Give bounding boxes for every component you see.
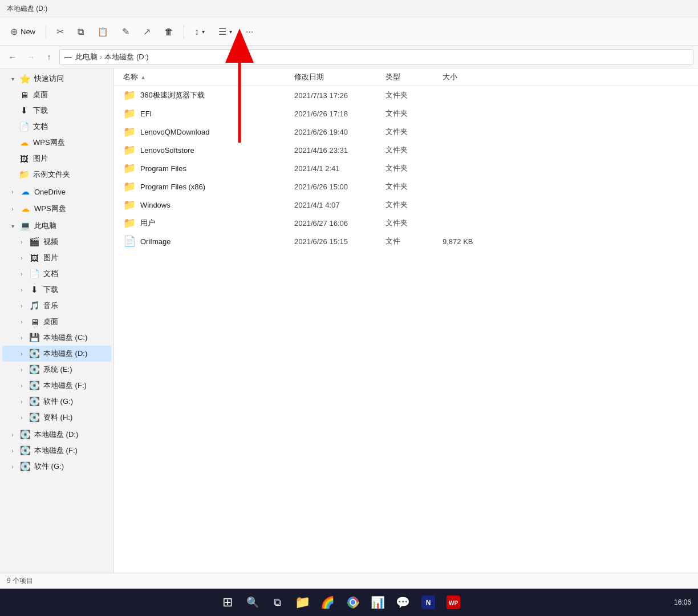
file-row-name: 📁LenovoQMDownload [123, 125, 294, 138]
table-row[interactable]: 📁LenovoSoftstore 2021/4/16 23:31 文件夹 [114, 141, 698, 159]
taskbar-browser1[interactable]: 🌈 [318, 592, 338, 613]
table-row[interactable]: 📁Program Files 2021/4/1 2:41 文件夹 [114, 159, 698, 177]
share-button[interactable]: ↗ [137, 23, 156, 40]
delete-icon: 🗑 [164, 27, 173, 37]
soft-g-expand-icon: › [18, 398, 25, 405]
taskbar-wechat[interactable]: 💬 [393, 592, 413, 613]
table-row[interactable]: 📁Program Files (x86) 2021/6/26 15:00 文件夹 [114, 177, 698, 196]
sidebar-item-pictures[interactable]: 🖼 图片 📌 [2, 151, 111, 167]
svg-text:N: N [426, 599, 431, 607]
taskbar-clock[interactable]: 16:06 [674, 598, 691, 606]
taskbar-windows[interactable]: ⊞ [217, 592, 238, 613]
sort-icon: ↕ [194, 27, 199, 37]
sidebar-item-onedrive[interactable]: › ☁ OneDrive [2, 184, 111, 200]
sidebar-item-desktop2[interactable]: › 🖥 桌面 [2, 314, 111, 330]
sidebar-item-g2[interactable]: › 💽 软件 (G:) [2, 459, 111, 475]
toolbar-separator-2 [184, 25, 184, 39]
music-icon: 🎵 [29, 300, 40, 311]
col-type-header[interactable]: 类型 [385, 72, 443, 82]
sidebar-item-wps-cloud[interactable]: ☁ WPS网盘 📌 [2, 135, 111, 151]
up-button[interactable]: ↑ [41, 49, 57, 65]
sidebar-item-d2[interactable]: › 💽 本地磁盘 (D:) [2, 427, 111, 443]
sidebar-item-videos[interactable]: › 🎬 视频 [2, 234, 111, 250]
table-row[interactable]: 📁用户 2021/6/27 16:06 文件夹 [114, 214, 698, 232]
col-date-header[interactable]: 修改日期 [294, 72, 385, 82]
back-button[interactable]: ← [5, 49, 21, 65]
more-icon: ··· [246, 27, 253, 37]
title-bar: 本地磁盘 (D:) [0, 0, 698, 18]
file-row-date: 2021/6/27 16:06 [294, 219, 385, 228]
breadcrumb[interactable]: — 此电脑 › 本地磁盘 (D:) [59, 49, 693, 65]
sidebar-item-local-c[interactable]: › 💾 本地磁盘 (C:) [2, 330, 111, 346]
breadcrumb-pc[interactable]: 此电脑 [75, 52, 98, 62]
documents2-expand-icon: › [18, 270, 25, 277]
table-row[interactable]: 📁Windows 2021/4/1 4:07 文件夹 [114, 196, 698, 214]
file-row-name: 📁LenovoSoftstore [123, 144, 294, 156]
folder-icon: 📁 [123, 107, 136, 120]
file-row-date: 2021/4/1 2:41 [294, 164, 385, 173]
sidebar-item-system-e[interactable]: › 💽 系统 (E:) [2, 362, 111, 378]
sort-chevron: ▾ [202, 29, 205, 35]
file-row-name: 📁Windows [123, 198, 294, 211]
sidebar-item-f2[interactable]: › 💽 本地磁盘 (F:) [2, 443, 111, 459]
taskbar-app2[interactable]: N [418, 592, 439, 613]
quick-access-label: 快速访问 [34, 74, 107, 84]
file-row-date: 2021/7/13 17:26 [294, 91, 385, 100]
delete-button[interactable]: 🗑 [159, 24, 179, 40]
rename-button[interactable]: ✎ [116, 23, 135, 40]
sort-button[interactable]: ↕ ▾ [189, 24, 210, 40]
view-button[interactable]: ☰ ▾ [213, 23, 238, 40]
col-name-header[interactable]: 名称 ▲ [123, 72, 294, 82]
d2-label: 本地磁盘 (D:) [34, 429, 107, 440]
sidebar-item-downloads2[interactable]: › ⬇ 下载 [2, 282, 111, 298]
sidebar-item-pictures2[interactable]: › 🖼 图片 [2, 250, 111, 266]
downloads-icon: ⬇ [18, 105, 30, 116]
wps-cloud-label: WPS网盘 [33, 137, 95, 148]
sidebar-item-downloads[interactable]: ⬇ 下载 📌 [2, 103, 111, 119]
copy-button[interactable]: ⧉ [72, 24, 90, 40]
sidebar-item-quick-access[interactable]: ▾ ⭐ 快速访问 [2, 71, 111, 87]
breadcrumb-dash: — [64, 52, 72, 61]
table-row[interactable]: 📁LenovoQMDownload 2021/6/26 19:40 文件夹 [114, 123, 698, 141]
d2-icon: 💽 [19, 429, 31, 440]
col-size-header[interactable]: 大小 [443, 72, 500, 82]
taskbar-center: ⊞ 🔍 ⧉ 📁 🌈 📊 💬 N [217, 592, 464, 613]
videos-expand-icon: › [18, 238, 25, 245]
table-row[interactable]: 📁EFI 2021/6/26 17:18 文件夹 [114, 104, 698, 123]
taskbar-search[interactable]: 🔍 [242, 592, 263, 613]
table-row[interactable]: 📄OriImage 2021/6/26 15:15 文件 9,872 KB [114, 232, 698, 250]
system-e-label: 系统 (E:) [43, 364, 107, 375]
sidebar-item-documents[interactable]: 📄 文档 📌 [2, 119, 111, 135]
taskbar-chrome[interactable] [343, 592, 363, 613]
sidebar-item-example[interactable]: 📁 示例文件夹 📌 [2, 167, 111, 183]
new-button[interactable]: ⊕ New [5, 23, 41, 40]
breadcrumb-drive[interactable]: 本地磁盘 (D:) [104, 52, 148, 62]
sidebar-item-local-d[interactable]: › 💽 本地磁盘 (D:) [2, 346, 111, 362]
taskbar-app1[interactable]: 📊 [368, 592, 388, 613]
paste-icon: 📋 [98, 27, 108, 37]
paste-button[interactable]: 📋 [92, 24, 114, 40]
more-button[interactable]: ··· [240, 24, 259, 40]
file-row-type: 文件夹 [385, 108, 443, 119]
sidebar-item-wps2[interactable]: › ☁ WPS网盘 [2, 201, 111, 217]
table-row[interactable]: 📁360极速浏览器下载 2021/7/13 17:26 文件夹 [114, 86, 698, 104]
sidebar-section-quick-access: ▾ ⭐ 快速访问 🖥 桌面 📌 ⬇ 下载 📌 📄 文档 📌 ☁ WPS [0, 71, 113, 183]
sidebar-item-this-pc[interactable]: ▾ 💻 此电脑 [2, 218, 111, 234]
sidebar-item-local-f[interactable]: › 💽 本地磁盘 (F:) [2, 378, 111, 394]
sidebar-item-documents2[interactable]: › 📄 文档 [2, 266, 111, 282]
view-chevron: ▾ [229, 29, 232, 35]
desktop2-icon: 🖥 [29, 316, 40, 327]
cut-button[interactable]: ✂ [51, 23, 70, 40]
sidebar-item-desktop[interactable]: 🖥 桌面 📌 [2, 87, 111, 103]
data-h-icon: 💽 [29, 412, 40, 423]
forward-button[interactable]: → [23, 49, 39, 65]
sidebar-item-soft-g[interactable]: › 💽 软件 (G:) [2, 394, 111, 410]
sidebar-item-data-h[interactable]: › 💽 资料 (H:) [2, 410, 111, 425]
f2-label: 本地磁盘 (F:) [34, 445, 107, 456]
taskbar-app3[interactable]: WP [443, 592, 464, 613]
share-icon: ↗ [143, 26, 151, 37]
taskbar-taskview[interactable]: ⧉ [267, 592, 288, 613]
taskbar-explorer[interactable]: 📁 [293, 592, 313, 613]
sidebar-item-music[interactable]: › 🎵 音乐 [2, 298, 111, 314]
file-row-date: 2021/4/16 23:31 [294, 146, 385, 155]
